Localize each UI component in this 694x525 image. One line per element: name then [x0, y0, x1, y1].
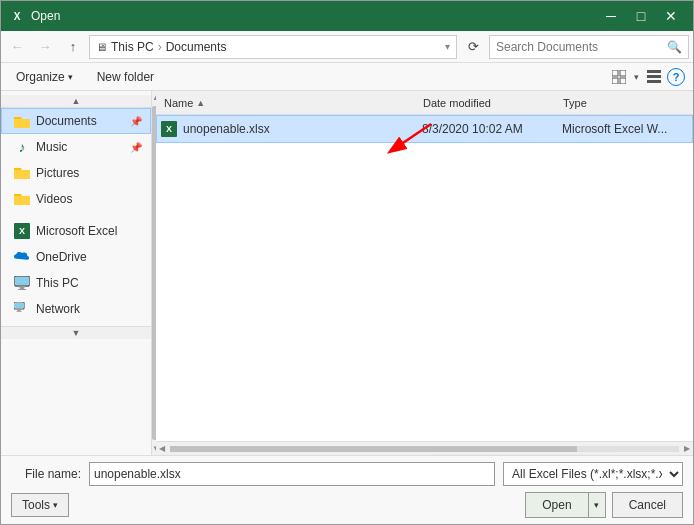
column-type-label: Type — [563, 97, 587, 109]
title-bar: X Open ─ □ ✕ — [1, 1, 693, 31]
scroll-down-area: ▼ — [1, 326, 151, 339]
sidebar-item-onedrive[interactable]: OneDrive — [1, 244, 151, 270]
videos-folder-icon — [14, 192, 30, 206]
open-button-group: Open ▾ — [525, 492, 605, 518]
organize-dropdown-icon: ▾ — [68, 72, 73, 82]
h-scroll-thumb — [170, 446, 577, 452]
open-button[interactable]: Open — [525, 492, 587, 518]
sidebar-item-videos[interactable]: Videos — [1, 186, 151, 212]
address-dropdown-arrow[interactable]: ▾ — [445, 41, 450, 52]
sidebar-item-music[interactable]: ♪ Music 📌 — [1, 134, 151, 160]
new-folder-button[interactable]: New folder — [88, 67, 163, 87]
sidebar-item-this-pc[interactable]: This PC — [1, 270, 151, 296]
search-input[interactable] — [496, 40, 663, 54]
svg-rect-4 — [647, 70, 661, 73]
excel-sidebar-icon: X — [14, 223, 30, 239]
filename-label: File name: — [11, 467, 81, 481]
h-scroll-track[interactable] — [170, 446, 679, 452]
scroll-up-icon: ▲ — [72, 96, 81, 106]
view-details-button[interactable] — [643, 66, 665, 88]
svg-rect-9 — [18, 289, 26, 290]
svg-rect-11 — [14, 303, 24, 308]
svg-rect-6 — [647, 80, 661, 83]
column-header-name[interactable]: Name ▲ — [160, 91, 419, 114]
excel-icon-square: X — [14, 223, 30, 239]
refresh-button[interactable]: ⟳ — [461, 35, 485, 59]
title-controls: ─ □ ✕ — [597, 4, 685, 28]
sort-arrow-up: ▲ — [196, 98, 205, 108]
column-name-label: Name — [164, 97, 193, 109]
svg-rect-5 — [647, 75, 661, 78]
column-header-type[interactable]: Type — [559, 91, 689, 114]
svg-rect-0 — [612, 70, 618, 76]
file-name: unopenable.xlsx — [183, 122, 270, 136]
tools-dropdown-icon: ▾ — [53, 500, 58, 510]
forward-button[interactable]: → — [33, 35, 57, 59]
view-icons: ▾ ? — [608, 66, 685, 88]
sidebar-item-microsoft-excel[interactable]: X Microsoft Excel — [1, 218, 151, 244]
h-scroll-right[interactable]: ▶ — [681, 444, 693, 453]
sidebar-item-documents[interactable]: Documents 📌 — [1, 108, 151, 134]
address-bar[interactable]: 🖥 This PC › Documents ▾ — [89, 35, 457, 59]
horizontal-scrollbar[interactable]: ◀ ▶ — [156, 441, 693, 455]
help-button[interactable]: ? — [667, 68, 685, 86]
address-current: Documents — [166, 40, 227, 54]
column-date-label: Date modified — [423, 97, 491, 109]
music-icon: ♪ — [14, 139, 30, 155]
network-computer-icon — [14, 302, 30, 316]
address-icon: 🖥 — [96, 41, 107, 53]
scroll-down-icon: ▼ — [72, 328, 81, 338]
address-this-pc: This PC — [111, 40, 154, 54]
svg-rect-12 — [17, 311, 22, 312]
sidebar-item-network[interactable]: Network — [1, 296, 151, 322]
address-separator: › — [158, 40, 162, 54]
file-row[interactable]: X unopenable.xlsx 8/3/2020 10:02 AM Micr… — [156, 115, 693, 143]
file-area-wrapper: Name ▲ Date modified Type X u — [156, 91, 693, 455]
up-button[interactable]: ↑ — [61, 35, 85, 59]
filetype-select[interactable]: All Excel Files (*.xl*;*.xlsx;*.xlsm; — [503, 462, 683, 486]
tools-button[interactable]: Tools ▾ — [11, 493, 69, 517]
cancel-button[interactable]: Cancel — [612, 492, 683, 518]
pictures-folder-icon — [14, 166, 30, 180]
view-grid-button[interactable] — [608, 66, 630, 88]
filename-row: File name: All Excel Files (*.xl*;*.xlsx… — [11, 462, 683, 486]
filename-input[interactable] — [89, 462, 495, 486]
organize-button[interactable]: Organize ▾ — [9, 67, 80, 87]
tools-label: Tools — [22, 498, 50, 512]
onedrive-icon — [14, 249, 30, 265]
back-button[interactable]: ← — [5, 35, 29, 59]
sidebar-item-pictures[interactable]: Pictures — [1, 160, 151, 186]
scroll-up-area: ▲ — [1, 95, 151, 108]
computer-icon — [14, 276, 30, 290]
network-icon — [14, 301, 30, 317]
file-type: Microsoft Excel W... — [558, 122, 688, 136]
open-dropdown-arrow: ▾ — [594, 500, 599, 510]
sidebar-item-documents-label: Documents — [36, 114, 97, 128]
search-box: 🔍 — [489, 35, 689, 59]
svg-rect-2 — [612, 78, 618, 84]
window-title: Open — [31, 9, 60, 23]
sidebar-item-this-pc-label: This PC — [36, 276, 79, 290]
music-pin-icon: 📌 — [130, 142, 142, 153]
sidebar-item-videos-label: Videos — [36, 192, 72, 206]
organize-label: Organize — [16, 70, 65, 84]
file-area: Name ▲ Date modified Type X u — [156, 91, 693, 455]
file-excel-icon: X — [161, 121, 177, 137]
open-dropdown-button[interactable]: ▾ — [588, 492, 606, 518]
title-bar-left: X Open — [9, 8, 60, 24]
sidebar: ▲ Documents 📌 ♪ Mus — [1, 91, 151, 455]
svg-rect-1 — [620, 70, 626, 76]
h-scroll-left[interactable]: ◀ — [156, 444, 168, 453]
documents-folder-icon — [14, 115, 30, 128]
maximize-button[interactable]: □ — [627, 4, 655, 28]
column-header-date[interactable]: Date modified — [419, 91, 559, 114]
main-content: ▲ Documents 📌 ♪ Mus — [1, 91, 693, 455]
file-name-cell: X unopenable.xlsx — [161, 121, 418, 137]
close-button[interactable]: ✕ — [657, 4, 685, 28]
excel-title-icon: X — [9, 8, 25, 24]
sidebar-item-network-label: Network — [36, 302, 80, 316]
minimize-button[interactable]: ─ — [597, 4, 625, 28]
buttons-row: Tools ▾ Open ▾ Cancel — [11, 492, 683, 518]
navigation-toolbar: ← → ↑ 🖥 This PC › Documents ▾ ⟳ 🔍 — [1, 31, 693, 63]
view-dropdown-icon[interactable]: ▾ — [632, 72, 641, 82]
